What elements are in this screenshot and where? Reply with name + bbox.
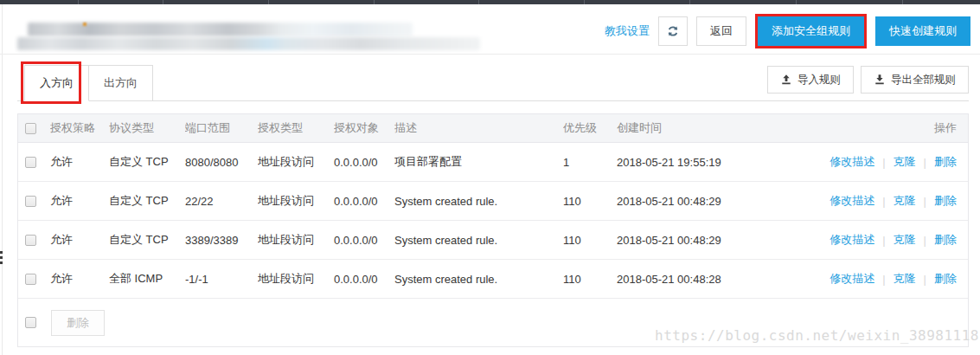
cell-priority: 110: [563, 273, 617, 286]
row-checkbox[interactable]: [25, 274, 36, 285]
cell-protocol: 自定义 TCP: [109, 232, 185, 248]
cell-created: 2018-05-21 00:48:28: [617, 273, 814, 286]
import-rules-label: 导入规则: [797, 73, 841, 87]
export-all-rules-button[interactable]: 导出全部规则: [861, 66, 969, 94]
cell-policy: 允许: [50, 232, 109, 248]
action-divider: |: [882, 234, 885, 247]
cell-priority: 1: [563, 156, 617, 169]
browser-top-strip: [0, 0, 980, 4]
select-all-checkbox[interactable]: [25, 123, 36, 134]
table-row: 允许 自定义 TCP 3389/3389 地址段访问 0.0.0.0/0 Sys…: [18, 221, 968, 260]
cell-priority: 110: [563, 234, 617, 247]
cell-port-range: -1/-1: [185, 273, 258, 286]
back-button[interactable]: 返回: [696, 16, 746, 46]
delete-link[interactable]: 删除: [934, 271, 957, 287]
clone-link[interactable]: 克隆: [894, 154, 916, 170]
table-row: 允许 自定义 TCP 8080/8080 地址段访问 0.0.0.0/0 项目部…: [18, 143, 968, 182]
cell-protocol: 自定义 TCP: [109, 154, 185, 170]
upload-icon: [780, 74, 792, 86]
col-header-priority: 优先级: [563, 120, 617, 136]
cell-auth-object: 0.0.0.0/0: [334, 273, 394, 286]
cell-port-range: 8080/8080: [185, 156, 258, 169]
download-icon: [874, 74, 886, 86]
window-left-edge: [2, 4, 3, 355]
cell-auth-object: 0.0.0.0/0: [334, 234, 394, 247]
cell-auth-type: 地址段访问: [258, 232, 334, 248]
quick-create-rule-button[interactable]: 快速创建规则: [875, 16, 970, 46]
cell-policy: 允许: [50, 193, 109, 209]
rule-io-buttons: 导入规则 导出全部规则: [767, 66, 969, 94]
cell-created: 2018-05-21 00:48:29: [617, 234, 814, 247]
col-header-policy: 授权策略: [50, 120, 109, 136]
header-controls: 教我设置 返回 添加安全组规则 快速创建规则: [605, 16, 970, 46]
edit-description-link[interactable]: 修改描述: [829, 232, 874, 248]
cell-auth-object: 0.0.0.0/0: [334, 195, 394, 208]
redacted-title-dot: [83, 23, 86, 26]
cell-auth-object: 0.0.0.0/0: [334, 156, 394, 169]
import-rules-button[interactable]: 导入规则: [767, 66, 854, 94]
table-row: 允许 自定义 TCP 22/22 地址段访问 0.0.0.0/0 System …: [18, 182, 968, 221]
delete-link[interactable]: 删除: [934, 193, 957, 209]
add-security-group-rule-button[interactable]: 添加安全组规则: [758, 16, 864, 46]
table-header-row: 授权策略 协议类型 端口范围 授权类型 授权对象 描述 优先级 创建时间 操作: [18, 114, 968, 143]
cell-description: System created rule.: [394, 234, 563, 247]
action-divider: |: [924, 234, 926, 247]
action-divider: |: [924, 273, 926, 286]
edit-description-link[interactable]: 修改描述: [829, 193, 874, 209]
cell-port-range: 22/22: [185, 195, 258, 208]
clone-link[interactable]: 克隆: [894, 271, 916, 287]
row-checkbox[interactable]: [25, 235, 36, 246]
cell-policy: 允许: [50, 154, 109, 170]
cell-auth-type: 地址段访问: [258, 271, 334, 287]
cell-description: 项目部署配置: [394, 154, 563, 170]
cell-auth-type: 地址段访问: [258, 154, 334, 170]
security-rules-table: 授权策略 协议类型 端口范围 授权类型 授权对象 描述 优先级 创建时间 操作 …: [17, 113, 969, 347]
col-header-auth-object: 授权对象: [334, 120, 394, 136]
col-header-protocol: 协议类型: [109, 120, 185, 136]
row-checkbox[interactable]: [25, 157, 36, 168]
col-header-created: 创建时间: [617, 120, 814, 136]
col-header-auth-type: 授权类型: [258, 120, 334, 136]
export-all-rules-label: 导出全部规则: [891, 73, 956, 87]
cell-protocol: 自定义 TCP: [109, 193, 185, 209]
edit-description-link[interactable]: 修改描述: [829, 154, 874, 170]
action-divider: |: [882, 273, 885, 286]
refresh-button[interactable]: [658, 16, 688, 46]
cell-created: 2018-05-21 19:55:19: [617, 156, 814, 169]
col-header-port-range: 端口范围: [185, 120, 258, 136]
cell-port-range: 3389/3389: [185, 234, 258, 247]
action-divider: |: [924, 195, 926, 208]
cell-policy: 允许: [50, 271, 109, 287]
table-footer-row: 删除: [18, 299, 968, 346]
annotation-box-add-rule: 添加安全组规则: [755, 14, 867, 48]
help-setup-link[interactable]: 教我设置: [605, 23, 650, 39]
delete-link[interactable]: 删除: [934, 232, 957, 248]
action-divider: |: [882, 156, 885, 169]
col-header-actions: 操作: [814, 120, 968, 136]
header-separator: [0, 54, 980, 55]
action-divider: |: [924, 156, 926, 169]
tabstrip-underline: [17, 100, 969, 101]
cell-priority: 110: [563, 195, 617, 208]
cell-description: System created rule.: [394, 195, 563, 208]
cell-protocol: 全部 ICMP: [109, 271, 185, 287]
cell-description: System created rule.: [394, 273, 563, 286]
edit-description-link[interactable]: 修改描述: [829, 271, 874, 287]
cell-created: 2018-05-21 00:48:29: [617, 195, 814, 208]
cell-auth-type: 地址段访问: [258, 193, 334, 209]
row-checkbox[interactable]: [25, 196, 36, 207]
direction-tabs: 入方向 出方向: [24, 65, 153, 101]
tab-inbound[interactable]: 入方向: [24, 65, 89, 101]
refresh-icon: [666, 24, 680, 38]
footer-select-all-checkbox[interactable]: [25, 317, 36, 328]
delete-link[interactable]: 删除: [934, 154, 957, 170]
clone-link[interactable]: 克隆: [894, 232, 916, 248]
screenshot-artifact: [0, 251, 3, 266]
clone-link[interactable]: 克隆: [894, 193, 916, 209]
action-divider: |: [882, 195, 885, 208]
table-row: 允许 全部 ICMP -1/-1 地址段访问 0.0.0.0/0 System …: [18, 260, 968, 299]
batch-delete-button[interactable]: 删除: [51, 310, 105, 336]
redacted-page-subtitle: [17, 37, 480, 50]
tab-outbound[interactable]: 出方向: [89, 65, 153, 101]
col-header-description: 描述: [394, 120, 563, 136]
